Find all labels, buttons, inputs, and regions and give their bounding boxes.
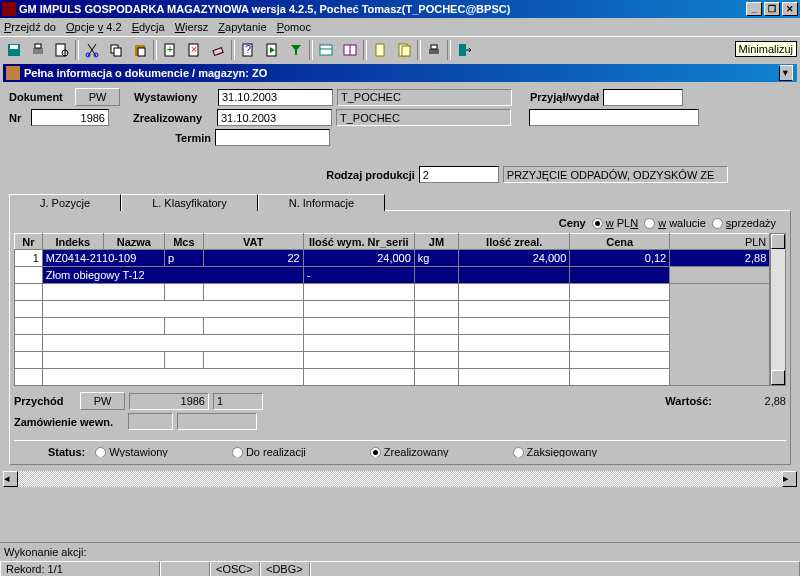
- tool-print2-icon[interactable]: [423, 39, 445, 61]
- svg-point-6: [86, 53, 90, 57]
- menu-pomoc[interactable]: Pomoc: [277, 21, 311, 33]
- col-jm[interactable]: JM: [414, 234, 458, 250]
- tab-informacje[interactable]: N. Informacje: [258, 194, 385, 211]
- svg-rect-9: [114, 48, 121, 56]
- tool-filter-icon[interactable]: [285, 39, 307, 61]
- close-button[interactable]: ✕: [782, 2, 798, 16]
- table-row[interactable]: [15, 318, 770, 335]
- radio-pln[interactable]: w PLN: [592, 217, 638, 229]
- menu-opcje[interactable]: Opcje v 4.2: [66, 21, 122, 33]
- scroll-down-icon[interactable]: [771, 370, 785, 385]
- tool-save-icon[interactable]: [3, 39, 25, 61]
- col-nazwa[interactable]: Nazwa: [103, 234, 164, 250]
- tool-copy-icon[interactable]: [105, 39, 127, 61]
- tool-table1-icon[interactable]: [315, 39, 337, 61]
- status-rekord: Rekord: 1/1: [0, 561, 160, 577]
- tool-cut-icon[interactable]: [81, 39, 103, 61]
- tool-table2-icon[interactable]: [339, 39, 361, 61]
- toolbar: + × ? Minimalizuj: [0, 36, 800, 62]
- restore-button[interactable]: ❐: [764, 2, 780, 16]
- col-mcs[interactable]: Mcs: [164, 234, 203, 250]
- svg-rect-29: [459, 44, 466, 56]
- tooltip: Minimalizuj: [735, 41, 797, 57]
- grid-wrap: Nr Indeks Nazwa Mcs VAT Ilość wym. Nr_se…: [14, 233, 786, 386]
- menu-edycja[interactable]: Edycja: [132, 21, 165, 33]
- tool-print-icon[interactable]: [27, 39, 49, 61]
- table-row[interactable]: [15, 301, 770, 318]
- svg-rect-26: [402, 46, 410, 56]
- subwindow-icon: [6, 66, 20, 80]
- minimize-button[interactable]: _: [746, 2, 762, 16]
- tool-delete-icon[interactable]: ×: [183, 39, 205, 61]
- tool-doc2-icon[interactable]: [393, 39, 415, 61]
- radio-zrealizowany[interactable]: Zrealizowany: [370, 447, 449, 457]
- radio-dorealizacji[interactable]: Do realizacji: [232, 447, 306, 457]
- przyjal-field[interactable]: [603, 89, 683, 106]
- nr-field[interactable]: 1986: [31, 109, 109, 126]
- zrealizowany-label: Zrealizowany: [133, 112, 213, 124]
- przyjal-desc[interactable]: [529, 109, 699, 126]
- przychod-v3: 1: [213, 393, 263, 410]
- ceny-label: Ceny: [559, 217, 586, 229]
- svg-rect-11: [138, 48, 145, 56]
- col-pln[interactable]: PLN: [670, 234, 770, 250]
- rodzaj-label: Rodzaj produkcji: [326, 169, 415, 181]
- wystawiony-label: Wystawiony: [134, 91, 214, 103]
- col-cena[interactable]: Cena: [570, 234, 670, 250]
- svg-rect-16: [213, 47, 223, 55]
- rodzaj-desc: PRZYJĘCIE ODPADÓW, ODZYSKÓW ZE: [503, 166, 728, 183]
- tool-new-icon[interactable]: +: [159, 39, 181, 61]
- vertical-scrollbar[interactable]: [770, 233, 786, 386]
- menu-przejdz[interactable]: Przejdź do: [4, 21, 56, 33]
- svg-rect-20: [320, 45, 332, 55]
- wartosc-value: 2,88: [716, 395, 786, 407]
- tool-exit-icon[interactable]: [453, 39, 475, 61]
- tool-query-icon[interactable]: ?: [237, 39, 259, 61]
- col-nr[interactable]: Nr: [15, 234, 43, 250]
- tool-doc1-icon[interactable]: [369, 39, 391, 61]
- svg-rect-24: [376, 44, 384, 56]
- menu-zapytanie[interactable]: Zapytanie: [218, 21, 266, 33]
- tabstrip: J. Pozycje L. Klasyfikatory N. Informacj…: [9, 193, 791, 210]
- table-row[interactable]: [15, 284, 770, 301]
- rodzaj-field[interactable]: 2: [419, 166, 499, 183]
- termin-label: Termin: [143, 132, 211, 144]
- tool-eraser-icon[interactable]: [207, 39, 229, 61]
- form-panel: Dokument PW Wystawiony 31.10.2003 T_POCH…: [3, 82, 797, 471]
- subwindow-resize-icon[interactable]: ▸: [779, 65, 793, 81]
- przychod-v2: 1986: [129, 393, 209, 410]
- col-vat[interactable]: VAT: [203, 234, 303, 250]
- zrealizowany-field[interactable]: 31.10.2003: [217, 109, 332, 126]
- scroll-left-icon[interactable]: ◂: [3, 471, 18, 487]
- wystawiony-field[interactable]: 31.10.2003: [218, 89, 333, 106]
- zrealizowany-user: T_POCHEC: [336, 109, 511, 126]
- radio-sprzedazy[interactable]: sprzedaży: [712, 217, 776, 229]
- dokument-value: PW: [75, 88, 120, 106]
- data-grid[interactable]: Nr Indeks Nazwa Mcs VAT Ilość wym. Nr_se…: [14, 233, 770, 386]
- menu-wiersz[interactable]: Wiersz: [175, 21, 209, 33]
- table-row[interactable]: Złom obiegowy T-12-: [15, 267, 770, 284]
- tool-paste-icon[interactable]: [129, 39, 151, 61]
- col-ilosc[interactable]: Ilość wym. Nr_serii: [303, 234, 414, 250]
- tool-run-icon[interactable]: [261, 39, 283, 61]
- termin-field[interactable]: [215, 129, 330, 146]
- tab-pozycje[interactable]: J. Pozycje: [9, 194, 121, 211]
- tab-klasyfikatory[interactable]: L. Klasyfikatory: [121, 194, 258, 211]
- table-row[interactable]: 1 MZ0414-2110-109 p 22 24,000 kg 24,000 …: [15, 250, 770, 267]
- status-dbg: <DBG>: [260, 561, 310, 577]
- zamowienie-v1: [128, 413, 173, 430]
- table-row[interactable]: [15, 369, 770, 386]
- radio-wystawiony[interactable]: Wystawiony: [95, 447, 168, 457]
- table-row[interactable]: [15, 352, 770, 369]
- svg-text:+: +: [167, 43, 173, 55]
- horizontal-scrollbar[interactable]: ◂ ▸: [3, 471, 797, 487]
- table-row[interactable]: [15, 335, 770, 352]
- radio-walucie[interactable]: w walucie: [644, 217, 706, 229]
- col-iloscz[interactable]: Ilość zreal.: [459, 234, 570, 250]
- tool-preview-icon[interactable]: [51, 39, 73, 61]
- col-indeks[interactable]: Indeks: [42, 234, 103, 250]
- scroll-right-icon[interactable]: ▸: [782, 471, 797, 487]
- radio-zaksiegowany[interactable]: Zaksięgowany: [513, 447, 597, 457]
- svg-rect-27: [429, 49, 439, 54]
- scroll-up-icon[interactable]: [771, 234, 785, 249]
